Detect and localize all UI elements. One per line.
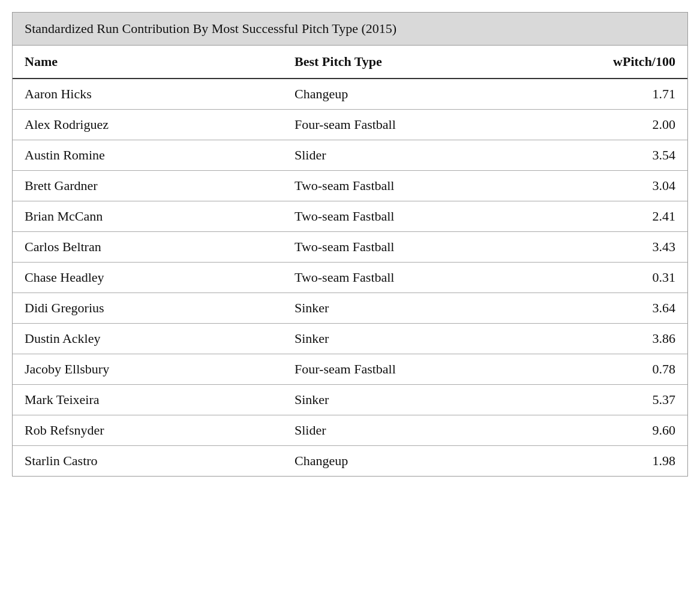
table-row: Aaron HicksChangeup1.71 xyxy=(13,79,687,110)
cell-wpitch-value: 3.43 xyxy=(519,232,687,263)
cell-player-name: Brett Gardner xyxy=(13,171,283,201)
column-header-pitch-type: Best Pitch Type xyxy=(283,46,519,79)
cell-wpitch-value: 2.41 xyxy=(519,201,687,232)
cell-pitch-type: Four-seam Fastball xyxy=(283,110,519,140)
cell-player-name: Chase Headley xyxy=(13,263,283,293)
cell-wpitch-value: 3.54 xyxy=(519,140,687,171)
cell-pitch-type: Two-seam Fastball xyxy=(283,263,519,293)
cell-pitch-type: Sinker xyxy=(283,324,519,354)
cell-pitch-type: Slider xyxy=(283,415,519,446)
table-header-row: Name Best Pitch Type wPitch/100 xyxy=(13,46,687,79)
cell-wpitch-value: 0.31 xyxy=(519,263,687,293)
cell-wpitch-value: 1.98 xyxy=(519,446,687,477)
cell-pitch-type: Two-seam Fastball xyxy=(283,201,519,232)
column-header-name: Name xyxy=(13,46,283,79)
cell-player-name: Aaron Hicks xyxy=(13,79,283,110)
cell-player-name: Jacoby Ellsbury xyxy=(13,354,283,385)
cell-wpitch-value: 5.37 xyxy=(519,385,687,415)
table-row: Carlos BeltranTwo-seam Fastball3.43 xyxy=(13,232,687,263)
main-table-container: Standardized Run Contribution By Most Su… xyxy=(12,12,688,477)
cell-pitch-type: Changeup xyxy=(283,79,519,110)
table-row: Mark TeixeiraSinker5.37 xyxy=(13,385,687,415)
cell-pitch-type: Slider xyxy=(283,140,519,171)
cell-pitch-type: Two-seam Fastball xyxy=(283,232,519,263)
cell-pitch-type: Changeup xyxy=(283,446,519,477)
cell-pitch-type: Sinker xyxy=(283,385,519,415)
table-body: Aaron HicksChangeup1.71Alex RodriguezFou… xyxy=(13,79,687,476)
cell-player-name: Alex Rodriguez xyxy=(13,110,283,140)
data-table: Name Best Pitch Type wPitch/100 Aaron Hi… xyxy=(13,46,687,476)
cell-player-name: Carlos Beltran xyxy=(13,232,283,263)
table-row: Starlin CastroChangeup1.98 xyxy=(13,446,687,477)
table-row: Didi GregoriusSinker3.64 xyxy=(13,293,687,324)
cell-wpitch-value: 3.86 xyxy=(519,324,687,354)
table-row: Chase HeadleyTwo-seam Fastball0.31 xyxy=(13,263,687,293)
table-row: Dustin AckleySinker3.86 xyxy=(13,324,687,354)
cell-wpitch-value: 1.71 xyxy=(519,79,687,110)
cell-player-name: Dustin Ackley xyxy=(13,324,283,354)
cell-pitch-type: Sinker xyxy=(283,293,519,324)
cell-pitch-type: Two-seam Fastball xyxy=(283,171,519,201)
cell-wpitch-value: 9.60 xyxy=(519,415,687,446)
table-row: Austin RomineSlider3.54 xyxy=(13,140,687,171)
table-row: Jacoby EllsburyFour-seam Fastball0.78 xyxy=(13,354,687,385)
cell-player-name: Rob Refsnyder xyxy=(13,415,283,446)
cell-wpitch-value: 3.04 xyxy=(519,171,687,201)
cell-wpitch-value: 3.64 xyxy=(519,293,687,324)
cell-wpitch-value: 2.00 xyxy=(519,110,687,140)
cell-wpitch-value: 0.78 xyxy=(519,354,687,385)
cell-player-name: Brian McCann xyxy=(13,201,283,232)
table-row: Rob RefsnyderSlider9.60 xyxy=(13,415,687,446)
cell-player-name: Austin Romine xyxy=(13,140,283,171)
cell-pitch-type: Four-seam Fastball xyxy=(283,354,519,385)
cell-player-name: Mark Teixeira xyxy=(13,385,283,415)
cell-player-name: Didi Gregorius xyxy=(13,293,283,324)
table-row: Brett GardnerTwo-seam Fastball3.04 xyxy=(13,171,687,201)
table-row: Brian McCannTwo-seam Fastball2.41 xyxy=(13,201,687,232)
table-row: Alex RodriguezFour-seam Fastball2.00 xyxy=(13,110,687,140)
column-header-wpitch: wPitch/100 xyxy=(519,46,687,79)
cell-player-name: Starlin Castro xyxy=(13,446,283,477)
table-title: Standardized Run Contribution By Most Su… xyxy=(13,13,687,46)
